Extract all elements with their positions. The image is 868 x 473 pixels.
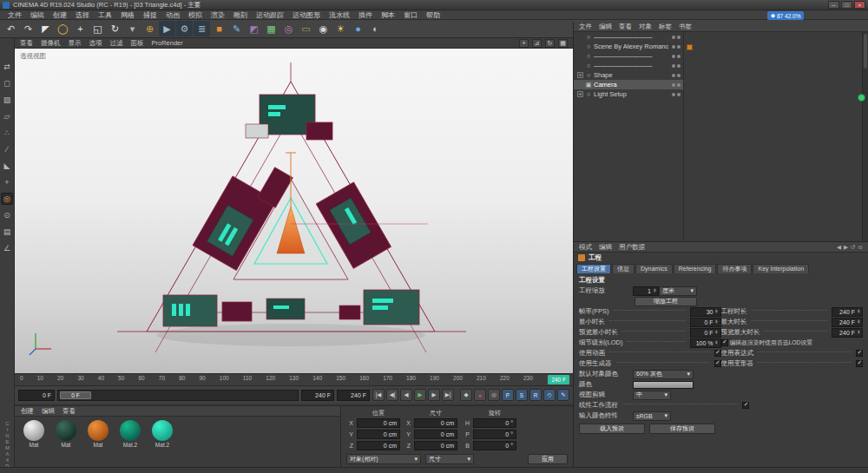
toolbar-icon[interactable]: ■ [211, 21, 227, 36]
rail-icon[interactable]: ⊙ [1, 209, 13, 221]
rotation-field[interactable]: 0 ° [473, 430, 516, 439]
transport-button[interactable]: |◀ [372, 389, 385, 401]
rail-icon[interactable]: + [1, 176, 13, 188]
close-button[interactable]: × [854, 1, 865, 9]
timeline-ruler[interactable]: 0102030405060708090100110120130140150160… [15, 373, 573, 385]
transport-button[interactable]: ▶ [428, 389, 440, 401]
menu-item[interactable]: 动画 [161, 10, 184, 20]
viewport-menu-item[interactable]: 面板 [131, 38, 144, 48]
object-name[interactable]: Scene By Alexey Romanowsky [594, 43, 668, 50]
position-field[interactable]: 0 cm [357, 418, 400, 428]
toolbar-icon[interactable]: ↻ [107, 21, 123, 36]
prorender-menu-item[interactable]: ProRender [152, 39, 183, 47]
visibility-dot[interactable] [672, 45, 675, 49]
attr-nav-icon[interactable]: ▶ [844, 244, 848, 251]
object-name[interactable]: Camera [594, 81, 617, 89]
attribute-tab[interactable]: 信息 [612, 264, 635, 273]
viewport-canvas[interactable]: 透视视图 [15, 49, 573, 373]
keying-button[interactable]: R [529, 389, 542, 401]
expand-toggle[interactable]: + [577, 91, 583, 97]
menu-item[interactable]: 文件 [3, 10, 26, 20]
viewport-nav-icon[interactable]: ⊿ [532, 39, 542, 48]
transport-button[interactable]: ◀| [386, 389, 398, 401]
max-frame-field[interactable]: 240 F [337, 390, 370, 401]
menu-item[interactable]: 模拟 [184, 10, 207, 20]
save-preset-button[interactable]: 保存预设 [649, 424, 715, 434]
visibility-dot[interactable] [672, 83, 675, 87]
annotation-tag-icon[interactable] [687, 44, 693, 50]
value-field[interactable]: 0 F [690, 318, 721, 327]
toolbar-icon[interactable]: ● [350, 21, 366, 36]
menu-item[interactable]: 网格 [116, 10, 139, 20]
toolbar-icon[interactable]: + [72, 21, 89, 36]
attribute-menu-item[interactable]: 编辑 [599, 242, 612, 252]
value-field[interactable]: 240 F [832, 318, 863, 327]
object-name[interactable]: ————————— [594, 62, 653, 69]
current-frame-marker[interactable]: 240 F [548, 375, 569, 384]
value-field[interactable]: 0 F [690, 328, 721, 338]
material-item[interactable]: Mat.2 [149, 420, 175, 448]
toolbar-icon[interactable]: ▾ [124, 21, 141, 36]
object-manager-menu-item[interactable]: 编辑 [599, 22, 612, 31]
toolbar-icon[interactable]: ◐ [367, 21, 384, 36]
visibility-dot[interactable] [672, 64, 675, 68]
menu-item[interactable]: 脚本 [377, 10, 399, 20]
keying-button[interactable]: ● [474, 389, 486, 401]
value-field[interactable]: 240 F [832, 307, 863, 317]
maximize-button[interactable]: □ [841, 1, 852, 9]
menu-item[interactable]: 窗口 [399, 10, 422, 20]
render-visibility-dot[interactable] [677, 74, 681, 77]
toolbar-icon[interactable]: ▭ [298, 21, 314, 36]
material-sphere[interactable] [120, 420, 141, 441]
menu-item[interactable]: 编辑 [26, 10, 49, 20]
object-manager-menu-item[interactable]: 书签 [679, 22, 692, 31]
render-visibility-dot[interactable] [677, 83, 681, 87]
visibility-dot[interactable] [672, 93, 675, 96]
object-row[interactable]: + ○ Light Setup [574, 89, 683, 99]
menu-item[interactable]: 选择 [71, 10, 94, 20]
toolbar-icon[interactable]: ≣ [194, 21, 210, 36]
expand-toggle[interactable] [577, 34, 583, 40]
rail-icon[interactable]: ∠ [1, 242, 13, 254]
object-manager-menu-item[interactable]: 文件 [579, 22, 592, 31]
material-sphere[interactable] [56, 420, 76, 441]
expand-toggle[interactable] [577, 62, 583, 69]
object-row[interactable]: ○ Scene By Alexey Romanowsky [574, 42, 683, 51]
transport-button[interactable]: ▶| [442, 389, 454, 401]
size-mode-select[interactable]: 尺寸▾ [425, 454, 474, 464]
menu-item[interactable]: 流水线 [325, 10, 354, 20]
attribute-tab[interactable]: Key Interpolation [753, 264, 809, 273]
size-field[interactable]: 0 cm [414, 418, 457, 428]
value-field[interactable]: 240 F [832, 328, 863, 338]
size-field[interactable]: 0 cm [414, 441, 457, 450]
position-field[interactable]: 0 cm [357, 430, 400, 439]
toolbar-icon[interactable]: ✎ [228, 21, 245, 36]
project-scale-field[interactable]: 1 [633, 286, 659, 296]
scale-unit-select[interactable]: 厘米▾ [659, 286, 697, 296]
default-color-select[interactable]: 60% 灰色▾ [633, 370, 694, 379]
visibility-dot[interactable] [672, 55, 675, 58]
attribute-tab[interactable]: 待办事项 [717, 264, 752, 273]
load-preset-button[interactable]: 载入预设 [579, 424, 645, 434]
menu-item[interactable]: 创建 [49, 10, 71, 20]
rail-icon[interactable]: ∴ [1, 127, 13, 139]
material-menu-item[interactable]: 查看 [62, 406, 76, 416]
input-profile-select[interactable]: sRGB▾ [633, 411, 671, 421]
color-swatch[interactable] [633, 381, 694, 389]
attribute-menu-item[interactable]: 模式 [579, 242, 592, 252]
object-name[interactable]: Light Setup [594, 90, 627, 98]
keying-button[interactable]: ✎ [557, 389, 569, 401]
viewport-nav-icon[interactable]: ▦ [558, 39, 568, 48]
toolbar-icon[interactable]: ↷ [20, 21, 36, 36]
object-row[interactable]: ▣ Camera [574, 80, 683, 89]
attribute-tab[interactable]: 工程设置 [576, 264, 611, 273]
expand-toggle[interactable] [577, 53, 583, 59]
menu-item[interactable]: 帮助 [422, 10, 444, 20]
expand-toggle[interactable] [577, 43, 583, 49]
object-row[interactable]: ○ ————————— [574, 32, 683, 42]
menu-item[interactable]: 插件 [354, 10, 377, 20]
menu-item[interactable]: 雕刻 [229, 10, 252, 20]
visibility-dot[interactable] [672, 36, 675, 39]
object-name[interactable]: ————————— [594, 52, 653, 60]
keying-button[interactable]: ◎ [488, 389, 500, 401]
